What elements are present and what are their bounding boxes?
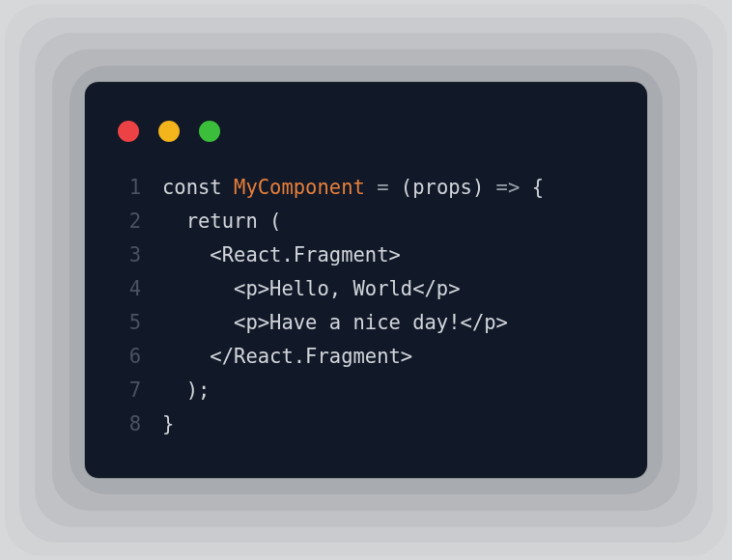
line-content[interactable]: }: [162, 407, 608, 441]
line-number: 7: [124, 374, 162, 407]
line-content[interactable]: const MyComponent = (props) => {: [162, 171, 608, 205]
code-token: {: [520, 176, 544, 199]
code-token: const: [162, 176, 234, 199]
code-line[interactable]: 2 return (: [124, 205, 608, 238]
zoom-icon[interactable]: [199, 121, 220, 142]
code-token: (props): [389, 176, 496, 199]
code-token: );: [162, 378, 210, 402]
code-line[interactable]: 8}: [124, 407, 608, 441]
line-content[interactable]: <React.Fragment>: [162, 238, 608, 272]
code-token: =: [377, 176, 388, 199]
code-line[interactable]: 3 <React.Fragment>: [124, 238, 608, 272]
line-number: 2: [124, 205, 162, 238]
line-number: 8: [124, 407, 162, 441]
code-line[interactable]: 4 <p>Hello, World</p>: [124, 272, 608, 306]
code-line[interactable]: 5 <p>Have a nice day!</p>: [124, 306, 608, 340]
code-window: 1const MyComponent = (props) => {2 retur…: [85, 82, 647, 478]
code-line[interactable]: 7 );: [124, 374, 608, 407]
line-number: 1: [124, 171, 162, 205]
code-line[interactable]: 6 </React.Fragment>: [124, 340, 608, 374]
code-token: <p>Have a nice day!</p>: [162, 311, 508, 334]
code-token: =>: [496, 176, 521, 199]
line-content[interactable]: return (: [162, 205, 608, 238]
line-content[interactable]: );: [162, 374, 608, 407]
code-token: MyComponent: [234, 176, 365, 199]
code-token: }: [162, 412, 174, 435]
line-content[interactable]: <p>Have a nice day!</p>: [162, 306, 608, 340]
code-token: [365, 176, 377, 199]
code-line[interactable]: 1const MyComponent = (props) => {: [124, 171, 608, 205]
line-number: 6: [124, 340, 162, 374]
close-icon[interactable]: [118, 121, 139, 142]
line-number: 4: [124, 272, 162, 306]
code-token: <p>Hello, World</p>: [162, 277, 461, 300]
line-content[interactable]: <p>Hello, World</p>: [162, 272, 608, 306]
line-content[interactable]: </React.Fragment>: [162, 340, 608, 374]
line-number: 5: [124, 306, 162, 340]
code-editor[interactable]: 1const MyComponent = (props) => {2 retur…: [124, 171, 608, 441]
code-token: <React.Fragment>: [162, 243, 401, 266]
line-number: 3: [124, 238, 162, 272]
code-token: return (: [162, 210, 281, 233]
code-token: </React.Fragment>: [162, 345, 412, 368]
minimize-icon[interactable]: [158, 121, 180, 142]
window-controls: [118, 121, 608, 142]
